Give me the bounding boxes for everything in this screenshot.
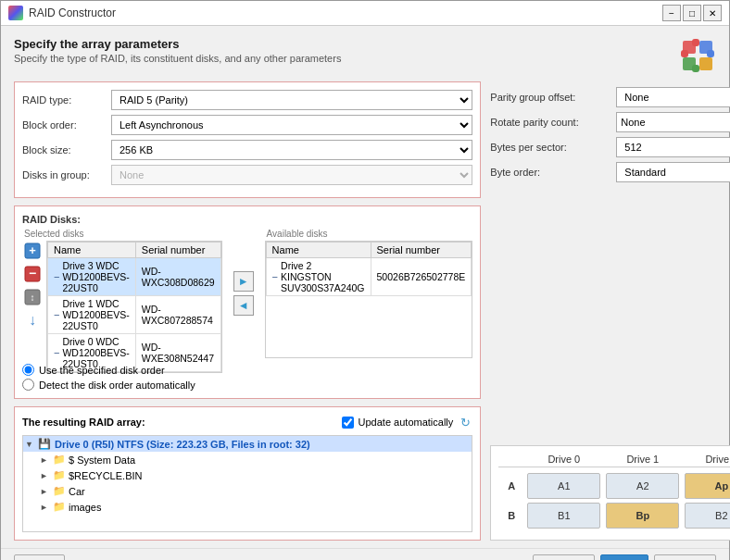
header-text: Specify the array parameters Specify the… — [14, 37, 341, 64]
help-button[interactable]: Help — [14, 554, 65, 560]
minimize-button[interactable]: − — [662, 5, 681, 21]
list-item[interactable]: ►📁Car — [23, 483, 472, 499]
block-order-select[interactable]: Left Asynchronous — [111, 115, 472, 135]
available-serial-header: Serial number — [371, 243, 472, 258]
svg-rect-5 — [692, 65, 699, 72]
selected-name-header: Name — [48, 243, 136, 258]
disks-in-group-label: Disks in group: — [22, 169, 106, 180]
left-panel: RAID type: RAID 5 (Parity) Block order: … — [14, 81, 481, 541]
svg-text:−: − — [29, 266, 36, 280]
footer-right: < Back Add Cancel — [533, 554, 716, 560]
transfer-right-button[interactable]: ► — [233, 271, 254, 292]
back-button[interactable]: < Back — [533, 554, 595, 560]
block-size-select[interactable]: 256 KB — [111, 140, 472, 160]
disk-serial-cell: WD-WXC308D08629 — [135, 258, 220, 296]
svg-text:↕: ↕ — [31, 292, 35, 303]
title-bar: RAID Constructor − □ ✕ — [1, 1, 729, 26]
radio-specified-order-label: Use the specified disk order — [39, 365, 165, 376]
disks-in-group-select[interactable]: None — [111, 165, 472, 185]
move-disk-icon[interactable]: ↕ — [22, 287, 43, 307]
block-order-label: Block order: — [22, 119, 106, 131]
result-header: The resulting RAID array: Update automat… — [22, 415, 472, 429]
byte-order-select[interactable]: Standard — [616, 162, 730, 182]
raid-disks-title: RAID Disks: — [22, 214, 472, 225]
down-disk-icon[interactable]: ↓ — [22, 310, 43, 330]
main-window: RAID Constructor − □ ✕ Specify the array… — [0, 0, 730, 560]
block-order-row: Block order: Left Asynchronous — [22, 115, 472, 135]
block-size-label: Block size: — [22, 144, 106, 156]
rotate-parity-label: Rotate parity count: — [490, 117, 610, 128]
footer-left: Help — [14, 554, 65, 560]
parity-offset-row: Parity group offset: None — [490, 87, 730, 107]
grid-row-label: A — [498, 480, 524, 492]
app-icon — [8, 6, 23, 20]
grid-header-row: Drive 0 Drive 1 Drive 2 — [498, 454, 730, 467]
refresh-icon[interactable]: ↻ — [458, 415, 472, 429]
cancel-button[interactable]: Cancel — [654, 554, 716, 560]
radio-specified-order-input[interactable] — [22, 364, 34, 376]
radio-specified-order[interactable]: Use the specified disk order — [22, 364, 472, 376]
grid-row: BB1BpB2 — [498, 503, 730, 529]
grid-cell: B1 — [527, 503, 600, 529]
result-update-area: Update automatically ↻ — [342, 415, 473, 429]
update-auto-label: Update automatically — [359, 417, 454, 428]
rotate-parity-spinbox: ▲ ▼ — [616, 112, 730, 132]
selected-serial-header: Serial number — [135, 243, 220, 258]
grid-empty-header — [498, 454, 524, 467]
table-row[interactable]: − Drive 1 WDC WD1200BEVS-22UST0 WD-WXC80… — [48, 296, 221, 334]
radio-auto-order[interactable]: Detect the disk order automatically — [22, 379, 472, 391]
grid-table: AA1A2ApBB1BpB2 — [498, 473, 730, 529]
grid-drive0-header: Drive 0 — [524, 454, 603, 467]
available-disks-panel: Available disks Name Serial number — [265, 229, 473, 358]
bytes-per-sector-select[interactable]: 512 — [616, 137, 730, 157]
main-content: Specify the array parameters Specify the… — [1, 26, 729, 548]
remove-disk-icon[interactable]: − — [22, 264, 43, 284]
rotate-parity-input[interactable] — [616, 112, 730, 132]
table-row[interactable]: − Drive 2 KINGSTON SUV300S37A240G 50026B… — [266, 258, 472, 296]
update-auto-checkbox[interactable] — [342, 417, 354, 429]
available-disk-table: Name Serial number − Drive 2 KINGSTON SU… — [266, 242, 472, 296]
close-button[interactable]: ✕ — [703, 5, 722, 21]
grid-row: AA1A2Ap — [498, 473, 730, 499]
disk-name-cell: − Drive 1 WDC WD1200BEVS-22UST0 — [48, 296, 136, 334]
right-panel: Parity group offset: None Rotate parity … — [490, 81, 730, 541]
list-item[interactable]: ►📁$ System Data — [23, 452, 472, 467]
bytes-per-sector-label: Bytes per sector: — [490, 142, 610, 153]
window-controls: − □ ✕ — [662, 5, 722, 21]
svg-text:+: + — [29, 243, 36, 257]
list-item[interactable]: ►📁images — [23, 499, 472, 515]
main-area: RAID type: RAID 5 (Parity) Block order: … — [14, 81, 716, 541]
footer-buttons: Help < Back Add Cancel — [1, 548, 729, 560]
result-array-box: The resulting RAID array: Update automat… — [14, 406, 481, 541]
add-disk-icon[interactable]: + — [22, 241, 43, 261]
result-tree[interactable]: ▼💾Drive 0 (R5I) NTFS (Size: 223.23 GB, F… — [22, 435, 472, 532]
disks-area: Selected disks + − — [22, 229, 472, 358]
grid-row-label: B — [498, 510, 524, 521]
add-button[interactable]: Add — [600, 554, 648, 560]
disks-in-group-row: Disks in group: None — [22, 165, 472, 185]
selected-disk-table: Name Serial number − Drive 3 WDC WD1200B… — [47, 242, 221, 372]
raid-params-box: RAID type: RAID 5 (Parity) Block order: … — [14, 81, 481, 198]
svg-rect-7 — [707, 50, 714, 57]
available-name-header: Name — [266, 243, 371, 258]
byte-order-label: Byte order: — [490, 167, 610, 178]
parity-offset-select[interactable]: None — [616, 87, 730, 107]
raid-type-select[interactable]: RAID 5 (Parity) — [111, 90, 472, 110]
disk-action-icons: + − ↕ ↓ — [22, 241, 43, 369]
grid-cell: A1 — [527, 473, 600, 499]
maximize-button[interactable]: □ — [683, 5, 701, 21]
grid-cell: B2 — [685, 503, 730, 529]
list-item[interactable]: ►📁$RECYCLE.BIN — [23, 467, 472, 483]
page-subtitle: Specify the type of RAID, its constituen… — [14, 53, 341, 64]
puzzle-icon — [679, 37, 716, 74]
list-item[interactable]: ▼💾Drive 0 (R5I) NTFS (Size: 223.23 GB, F… — [23, 436, 472, 452]
transfer-left-button[interactable]: ◄ — [233, 295, 254, 316]
selected-disk-list[interactable]: Name Serial number − Drive 3 WDC WD1200B… — [46, 241, 222, 373]
byte-order-row: Byte order: Standard — [490, 162, 730, 182]
disk-serial-cell: WD-WXC807288574 — [135, 296, 220, 334]
title-bar-text: RAID Constructor — [29, 6, 662, 19]
radio-auto-order-input[interactable] — [22, 379, 34, 391]
available-disk-list[interactable]: Name Serial number − Drive 2 KINGSTON SU… — [265, 241, 473, 358]
right-params-box: Parity group offset: None Rotate parity … — [490, 81, 730, 193]
table-row[interactable]: − Drive 3 WDC WD1200BEVS-22UST0 WD-WXC30… — [48, 258, 221, 296]
